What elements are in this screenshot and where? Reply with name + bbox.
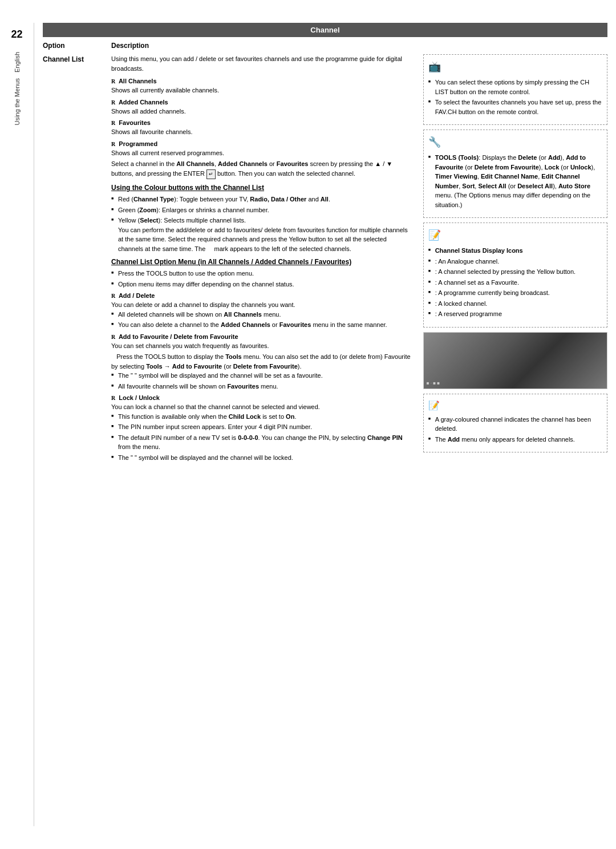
programmed-extra: Select a channel in the All Channels, Ad… <box>111 159 412 179</box>
content-row: Channel List Using this menu, you can ad… <box>43 54 607 469</box>
main-content: Channel Option Description Channel List … <box>34 23 616 826</box>
all-channels-title: R All Channels <box>111 78 412 84</box>
list-item: Channel Status Display Icons <box>428 246 602 256</box>
list-item: Red (Channel Type): Toggle between your … <box>111 195 412 204</box>
note-icon-2: 📝 <box>428 399 602 413</box>
tools-icon: 🔧 <box>428 135 602 150</box>
r-mark-added: R <box>111 99 115 106</box>
add-fav-section: R Add to Favourite / Delete from Favouri… <box>111 333 412 391</box>
add-fav-extra: Press the TOOLS button to display the To… <box>111 352 412 371</box>
list-item: The PIN number input screen appears. Ent… <box>111 422 412 432</box>
sidebar-english: English <box>14 52 21 72</box>
list-item: Option menu items may differ depending o… <box>111 280 412 289</box>
ch-list-tip-box: 📺 You can select these options by simply… <box>423 54 607 125</box>
list-item: The Add menu only appears for deleted ch… <box>428 435 602 444</box>
sidebar: 22 English Using the Menus <box>0 23 34 826</box>
channel-status-box: 📝 Channel Status Display Icons : An Anal… <box>423 223 607 328</box>
gray-channel-note-box: 📝 A gray-coloured channel indicates the … <box>423 394 607 453</box>
enter-button-icon: ↵ <box>206 169 216 180</box>
image-placeholder: ■ · ■ ■ <box>424 333 607 389</box>
r-mark-fav: R <box>111 120 115 126</box>
screenshot-image: ■ · ■ ■ <box>423 332 607 389</box>
list-item: : An Analogue channel. <box>428 257 602 266</box>
programmed-title: R Programmed <box>111 140 412 147</box>
image-caption: ■ · ■ ■ <box>427 381 440 386</box>
tv-icon: 📺 <box>428 59 602 75</box>
list-item: Yellow (Select): Selects multiple channe… <box>111 216 412 253</box>
right-column: 📺 You can select these options by simply… <box>423 54 607 469</box>
r-mark-add-del: R <box>111 293 115 299</box>
option-menu-list: Press the TOOLS button to use the option… <box>111 269 412 289</box>
page: 22 English Using the Menus Channel Optio… <box>0 0 616 849</box>
favourites-title: R Favourites <box>111 119 412 126</box>
list-item: The " " symbol will be displayed and the… <box>111 453 412 463</box>
list-item: The default PIN number of a new TV set i… <box>111 433 412 452</box>
add-delete-desc: You can delete or add a channel to displ… <box>111 300 412 310</box>
added-channels-section: R Added Channels Shows all added channel… <box>111 99 412 116</box>
col-option: Option <box>43 42 111 50</box>
sidebar-menus: Using the Menus <box>14 78 21 126</box>
add-delete-list: All deleted channels will be shown on Al… <box>111 310 412 330</box>
colour-buttons-list: Red (Channel Type): Toggle between your … <box>111 195 412 253</box>
left-column: Channel List Using this menu, you can ad… <box>43 54 418 469</box>
r-mark-prog: R <box>111 141 115 147</box>
channel-list-row: Channel List Using this menu, you can ad… <box>43 54 412 466</box>
note-icon: 📝 <box>428 228 602 243</box>
lock-unlock-title: R Lock / Unlock <box>111 394 412 401</box>
all-channels-desc: Shows all currently available channels. <box>111 86 412 95</box>
option-menu-title: Channel List Option Menu (in All Channel… <box>111 258 412 266</box>
list-item: All deleted channels will be shown on Al… <box>111 310 412 320</box>
list-item: Press the TOOLS button to use the option… <box>111 269 412 278</box>
added-channels-desc: Shows all added channels. <box>111 107 412 116</box>
list-item: A gray-coloured channel indicates the ch… <box>428 415 602 434</box>
lock-unlock-desc: You can lock a channel so that the chann… <box>111 402 412 412</box>
programmed-desc: Shows all current reserved programmes. <box>111 148 412 158</box>
ch-list-tip-list: You can select these options by simply p… <box>428 78 602 116</box>
tools-tip-box: 🔧 TOOLS (Tools): Displays the Delete (or… <box>423 130 607 218</box>
col-description: Description <box>111 42 607 50</box>
list-item: : A channel set as a Favourite. <box>428 278 602 288</box>
lock-unlock-list: This function is available only when the… <box>111 412 412 463</box>
r-mark-all: R <box>111 78 115 84</box>
r-mark-lock: R <box>111 395 115 401</box>
list-item: : A programme currently being broadcast. <box>428 288 602 298</box>
r-mark-fav2: R <box>111 334 115 340</box>
list-item: To select the favourites channels you ha… <box>428 98 602 116</box>
colour-buttons-title: Using the Colour buttons with the Channe… <box>111 184 412 192</box>
favourites-desc: Shows all favourite channels. <box>111 127 412 137</box>
add-fav-list: The " " symbol will be displayed and the… <box>111 371 412 391</box>
list-item: : A locked channel. <box>428 299 602 309</box>
channel-list-content: Using this menu, you can add / delete or… <box>111 54 412 466</box>
gray-channel-note-list: A gray-coloured channel indicates the ch… <box>428 415 602 444</box>
list-item: : A channel selected by pressing the Yel… <box>428 267 602 277</box>
channel-header: Channel <box>43 23 607 37</box>
add-delete-title: R Add / Delete <box>111 292 412 299</box>
programmed-section: R Programmed Shows all current reserved … <box>111 140 412 180</box>
add-delete-section: R Add / Delete You can delete or add a c… <box>111 292 412 330</box>
list-item: Green (Zoom): Enlarges or shrinks a chan… <box>111 205 412 215</box>
list-item: : A reserved programme <box>428 309 602 319</box>
tools-tip-list: TOOLS (Tools): Displays the Delete (or A… <box>428 153 602 209</box>
table-header: Option Description <box>43 42 607 50</box>
list-item: The " " symbol will be displayed and the… <box>111 371 412 381</box>
channel-status-list: Channel Status Display Icons : An Analog… <box>428 246 602 319</box>
list-item: This function is available only when the… <box>111 412 412 422</box>
channel-list-intro: Using this menu, you can add / delete or… <box>111 54 412 73</box>
all-channels-section: R All Channels Shows all currently avail… <box>111 78 412 95</box>
list-item: You can also delete a channel to the Add… <box>111 320 412 330</box>
lock-unlock-section: R Lock / Unlock You can lock a channel s… <box>111 394 412 462</box>
list-item: You can select these options by simply p… <box>428 78 602 96</box>
added-channels-title: R Added Channels <box>111 99 412 106</box>
add-fav-title: R Add to Favourite / Delete from Favouri… <box>111 333 412 340</box>
favourites-section: R Favourites Shows all favourite channel… <box>111 119 412 137</box>
page-number: 22 <box>11 29 22 41</box>
list-item: TOOLS (Tools): Displays the Delete (or A… <box>428 153 602 209</box>
add-fav-desc: You can set channels you watch frequentl… <box>111 341 412 351</box>
channel-list-label: Channel List <box>43 54 111 466</box>
list-item: All favourite channels will be shown on … <box>111 382 412 391</box>
